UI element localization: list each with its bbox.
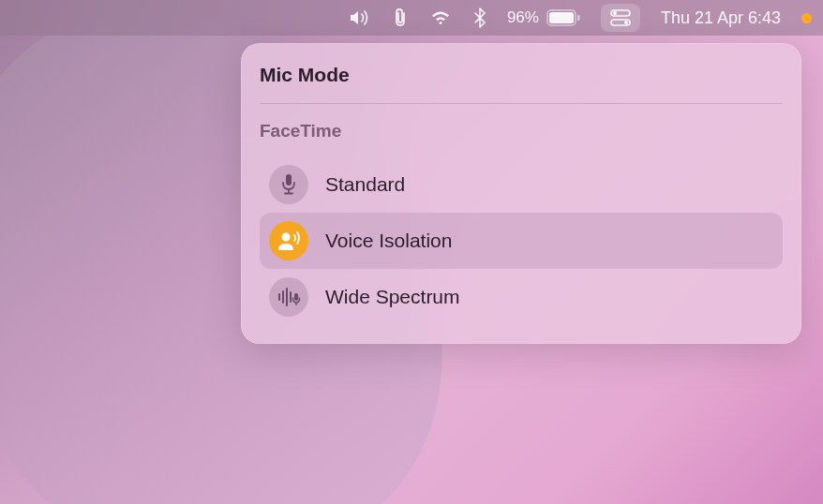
option-label: Standard <box>325 173 405 196</box>
divider <box>260 103 783 104</box>
option-label: Wide Spectrum <box>325 286 460 308</box>
popover-title: Mic Mode <box>260 64 783 86</box>
bluetooth-icon[interactable] <box>473 0 486 36</box>
option-label: Voice Isolation <box>325 230 452 252</box>
menubar: 96% Thu 21 Apr 6:43 <box>0 0 823 36</box>
section-label: FaceTime <box>260 121 783 141</box>
svg-point-10 <box>282 233 291 242</box>
mic-in-use-indicator <box>801 13 812 23</box>
paperclip-icon[interactable] <box>393 0 408 36</box>
wide-spectrum-icon <box>269 277 308 317</box>
battery-percent: 96% <box>507 8 539 27</box>
mic-mode-option-voice-isolation[interactable]: Voice Isolation <box>260 213 783 269</box>
volume-icon[interactable] <box>348 0 372 36</box>
svg-rect-1 <box>549 12 574 23</box>
control-center-icon <box>610 9 631 26</box>
microphone-icon <box>269 165 308 204</box>
svg-rect-2 <box>577 15 580 21</box>
voice-isolation-icon <box>269 221 308 260</box>
svg-rect-7 <box>286 174 292 185</box>
svg-rect-15 <box>294 293 298 301</box>
battery-icon <box>546 9 580 26</box>
mic-mode-option-standard[interactable]: Standard <box>260 156 783 213</box>
battery-indicator[interactable]: 96% <box>507 8 580 27</box>
datetime[interactable]: Thu 21 Apr 6:43 <box>661 8 781 28</box>
svg-point-6 <box>625 22 627 23</box>
wifi-icon[interactable] <box>428 0 453 36</box>
control-center-button[interactable] <box>601 4 640 32</box>
mic-mode-option-wide-spectrum[interactable]: Wide Spectrum <box>260 269 783 325</box>
svg-point-4 <box>614 12 616 14</box>
mic-mode-popover: Mic Mode FaceTime Standard Voice Isolati… <box>241 43 801 344</box>
